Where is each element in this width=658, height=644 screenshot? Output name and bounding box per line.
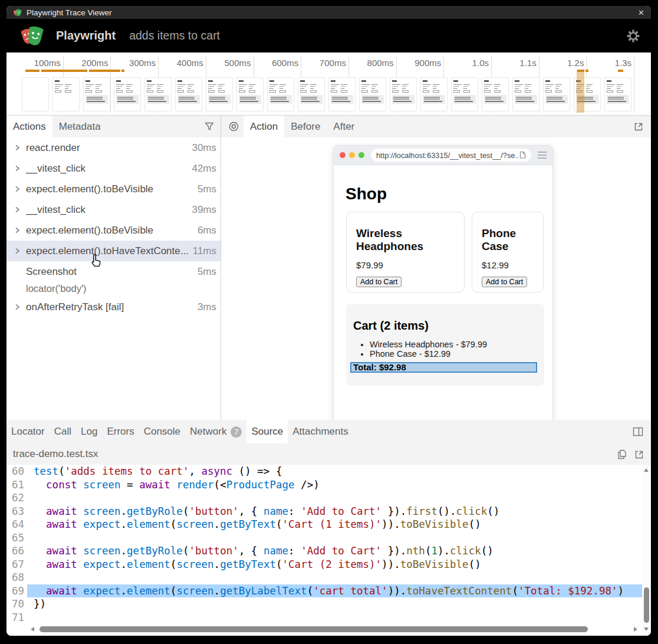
timeline-frame[interactable] (206, 77, 233, 111)
add-to-cart-button[interactable]: Add to Cart (356, 277, 402, 287)
horizontal-scroll-thumb[interactable] (40, 626, 588, 632)
timeline-label: 700ms (305, 58, 346, 68)
chevron-right-icon[interactable] (14, 206, 26, 213)
tab-locator[interactable]: Locator (6, 420, 50, 443)
chevron-right-icon[interactable] (14, 227, 26, 234)
shop-heading: Shop (346, 185, 387, 203)
action-row[interactable]: __vitest_click39ms (6, 199, 221, 220)
chevron-right-icon[interactable] (14, 304, 26, 310)
tab-action[interactable]: Action (244, 116, 284, 137)
action-name: expect.element().toBeVisible (26, 225, 153, 236)
tab-label: After (333, 121, 354, 133)
add-to-cart-button[interactable]: Add to Cart (482, 277, 527, 287)
timeline-frame[interactable] (451, 77, 478, 111)
code-text (27, 531, 642, 545)
tab-attachments[interactable]: Attachments (288, 420, 353, 443)
action-row[interactable]: expect.element().toBeVisible5ms (6, 179, 221, 199)
tab-after[interactable]: After (327, 116, 361, 137)
action-row[interactable]: react.render30ms (6, 137, 221, 158)
chevron-right-icon[interactable] (14, 248, 26, 254)
timeline-label: 800ms (353, 58, 394, 68)
timeline-frame[interactable] (144, 77, 172, 111)
tab-source[interactable]: Source (246, 420, 288, 443)
line-number: 67 (6, 558, 27, 571)
tab-actions[interactable]: Actions (6, 116, 52, 137)
url-text: http://localhost:63315/__vitest_test__/?… (376, 151, 518, 160)
action-row[interactable]: expect.element().toHaveTextConte...11ms (6, 241, 221, 261)
tab-label: Actions (13, 121, 46, 133)
trace-viewer-window: Playwright Trace Viewer ✕ Playwright add… (6, 6, 651, 636)
timeline-frame[interactable] (114, 77, 141, 111)
actions-panel: ActionsMetadata react.render30ms__vitest… (6, 116, 221, 420)
code-line: 66 await screen.getByRole('button', { na… (6, 544, 651, 558)
traffic-light-yellow (349, 152, 355, 158)
action-duration: 11ms (193, 245, 221, 257)
tab-metadata[interactable]: Metadata (52, 116, 107, 137)
action-name: react.render (26, 142, 80, 154)
copy-url-icon[interactable] (518, 151, 526, 160)
snapshot-tabstrip: ActionBeforeAfter (221, 116, 651, 137)
action-row[interactable]: Screenshot5ms (6, 261, 221, 282)
line-number: 68 (6, 571, 27, 584)
code-line: 64 await expect.element(screen.getByText… (6, 518, 651, 531)
timeline-frame[interactable] (52, 77, 80, 111)
tab-console[interactable]: Console (139, 420, 185, 443)
gear-icon[interactable] (627, 29, 640, 42)
timeline-frame[interactable] (298, 77, 325, 111)
timeline-frame[interactable] (328, 77, 356, 111)
code-text: test('adds items to cart', async () => { (27, 465, 642, 478)
timeline-frame[interactable] (22, 77, 49, 111)
timeline-frame[interactable] (512, 77, 539, 111)
timeline-frame[interactable] (267, 77, 294, 111)
timeline-frame[interactable] (359, 77, 386, 111)
open-external-icon[interactable] (634, 116, 644, 137)
toggle-columns-icon[interactable] (633, 420, 643, 443)
filter-icon[interactable] (205, 116, 214, 137)
code-line: 70}) (6, 597, 651, 611)
timeline-frame[interactable] (420, 77, 448, 111)
vertical-scrollbar (642, 465, 651, 635)
timeline[interactable]: 100ms200ms300ms400ms500ms600ms700ms800ms… (6, 52, 651, 116)
tab-label: Metadata (59, 121, 101, 133)
timeline-action-bar (121, 70, 124, 72)
tab-network[interactable]: Network7 (185, 420, 246, 443)
action-row[interactable]: onAfterRetryTask [fail]3ms (6, 297, 221, 317)
action-duration: 3ms (198, 301, 221, 313)
timeline-label: 200ms (67, 58, 108, 68)
tab-label: Network (190, 426, 226, 438)
tab-label: Attachments (292, 426, 348, 438)
source-code: 60test('adds items to cart', async () =>… (6, 465, 651, 624)
timeline-frame[interactable] (390, 77, 417, 111)
timeline-frame[interactable] (543, 77, 570, 111)
action-row[interactable]: expect.element().toBeVisible6ms (6, 220, 221, 241)
scroll-left-arrow[interactable] (31, 627, 34, 632)
timeline-frame[interactable] (604, 77, 631, 111)
tab-errors[interactable]: Errors (102, 420, 139, 443)
close-icon[interactable]: ✕ (638, 9, 644, 17)
open-source-external-icon[interactable] (634, 449, 644, 459)
tab-call[interactable]: Call (50, 420, 76, 443)
timeline-tick (634, 56, 634, 113)
scroll-right-arrow[interactable] (634, 627, 637, 632)
timeline-frame[interactable] (83, 77, 110, 111)
action-row[interactable]: __vitest_click42ms (6, 158, 221, 179)
tab-label: Errors (107, 426, 134, 438)
scroll-up-arrow[interactable] (644, 468, 649, 472)
timeline-frame[interactable] (236, 77, 264, 111)
scroll-down-arrow[interactable] (644, 627, 649, 631)
timeline-label: 300ms (114, 58, 156, 68)
timeline-label: 1.2s (542, 58, 584, 68)
tab-before[interactable]: Before (284, 116, 327, 137)
code-text (27, 571, 642, 584)
timeline-frame[interactable] (482, 77, 509, 111)
chevron-right-icon[interactable] (14, 186, 26, 192)
action-duration: 6ms (198, 225, 221, 236)
chevron-right-icon[interactable] (14, 165, 26, 172)
code-line: 71 (6, 611, 651, 625)
tab-log[interactable]: Log (76, 420, 102, 443)
copy-file-icon[interactable] (617, 449, 627, 459)
chevron-right-icon[interactable] (14, 144, 26, 151)
pick-locator-icon[interactable] (229, 116, 239, 137)
timeline-frame[interactable] (175, 77, 202, 111)
vertical-scroll-thumb[interactable] (644, 587, 649, 623)
